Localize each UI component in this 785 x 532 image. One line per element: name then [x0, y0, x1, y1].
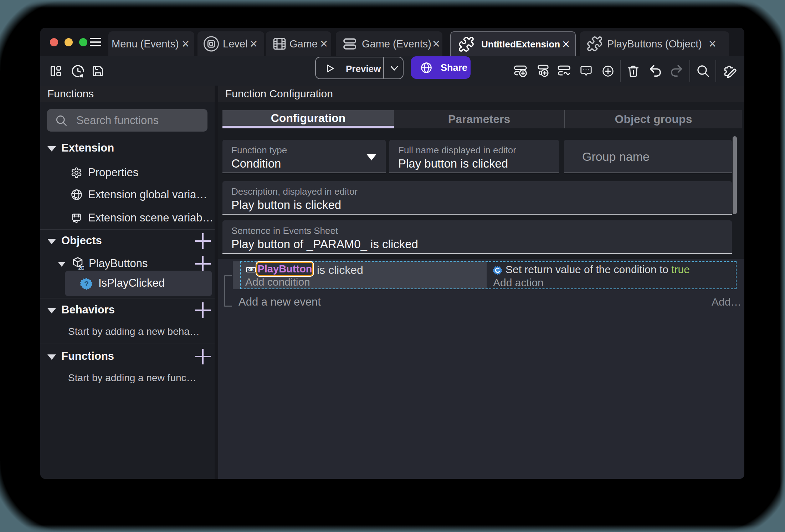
svg-text:?: ? [84, 280, 89, 288]
svg-text:2D: 2D [78, 265, 84, 270]
